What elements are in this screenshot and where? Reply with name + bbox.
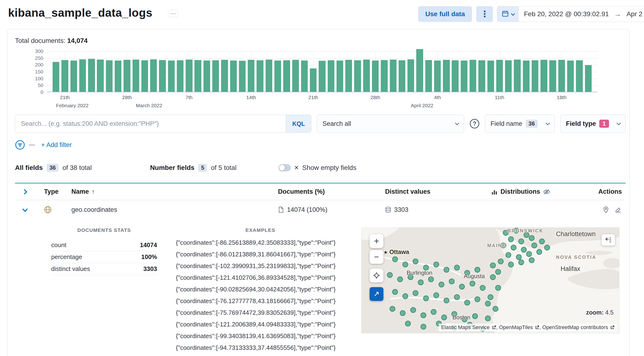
column-header-distributions[interactable]: Distributions	[481, 188, 586, 195]
map-point	[449, 279, 454, 284]
example-value: {"coordinates":[-121.2006389,44.09483333…	[176, 321, 345, 328]
index-options-button[interactable]: ⋯	[168, 10, 178, 17]
search-all-value: Search all	[322, 120, 351, 127]
view-in-maps-button[interactable]	[602, 206, 610, 213]
field-name-select[interactable]: Field name 36	[485, 115, 555, 133]
map-point	[485, 301, 491, 306]
search-input[interactable]	[15, 115, 286, 132]
map-point	[516, 254, 522, 260]
histogram-bar	[319, 61, 325, 92]
use-full-data-button[interactable]: Use full data	[418, 6, 472, 22]
zoom-in-button[interactable]: +	[370, 234, 384, 248]
total-documents: Total documents: 14,074	[15, 37, 626, 45]
example-value: {"coordinates":[-86.01213889,31.86041667…	[176, 251, 345, 258]
histogram-bar	[266, 60, 272, 92]
more-options-button[interactable]: ⋮	[476, 6, 493, 22]
histogram-bar	[115, 61, 121, 92]
field-row-geo-coordinates[interactable]: geo.coordinates 14074 (100%) 3303	[15, 200, 626, 219]
column-header-type[interactable]: Type	[34, 188, 61, 195]
map-point	[400, 310, 406, 316]
toggle-knob	[279, 165, 285, 170]
map-point	[536, 249, 542, 255]
histogram-bar	[124, 60, 130, 92]
data-visualizer-panel: Total documents: 14,074 0501001502002503…	[7, 29, 630, 356]
data-visualizer-page: kibana_sample_data_logs ⋯ Use full data …	[0, 0, 644, 356]
filter-set-icon[interactable]	[15, 140, 25, 150]
column-header-name[interactable]: Name ↑	[61, 188, 267, 195]
calendar-menu-button[interactable]	[498, 7, 518, 22]
column-header-actions: Actions	[586, 188, 626, 195]
map-place-label: Boston	[452, 314, 470, 321]
histogram-bar	[549, 60, 556, 92]
example-value: {"coordinates":[-76.12777778,43.18166667…	[176, 298, 345, 304]
map-preview[interactable]: BRUNSWICKCharlottetownMAINE★OttawaNOVA S…	[361, 227, 620, 333]
date-range-picker[interactable]: Feb 20, 2022 @ 00:39:02.91 → Apr 2	[497, 6, 644, 22]
map-point	[413, 290, 418, 296]
map-point	[495, 269, 501, 275]
map-point	[438, 282, 444, 287]
kql-language-button[interactable]: KQL	[286, 115, 311, 132]
map-point	[423, 295, 429, 301]
expand-map-button[interactable]	[370, 287, 384, 301]
attribution-link[interactable]: OpenStreetMap contributors	[542, 324, 614, 330]
attribution-link[interactable]: OpenMapTiles	[499, 324, 539, 330]
date-range-start[interactable]: Feb 20, 2022 @ 00:39:02.91	[518, 10, 614, 18]
database-icon	[385, 207, 391, 213]
y-axis-label: 0	[40, 89, 43, 95]
y-axis-label: 200	[35, 62, 43, 68]
histogram-bar	[363, 60, 370, 92]
zoom-out-button[interactable]: −	[370, 250, 384, 264]
x-axis-month-label: March 2022	[136, 103, 162, 108]
header-actions: Use full data ⋮ Feb 20, 2022 @ 00:39:02.…	[418, 6, 644, 22]
field-documents: 14074 (100%)	[267, 206, 374, 214]
help-icon[interactable]: ?	[470, 119, 479, 128]
edit-field-button[interactable]	[615, 206, 622, 213]
chevron-down-icon	[455, 121, 459, 125]
date-range-arrow-icon: →	[614, 10, 621, 18]
x-axis-label: 4th	[434, 95, 441, 100]
expand-all-button[interactable]	[22, 189, 27, 195]
all-fields-count-badge: 36	[47, 164, 59, 172]
histogram-bar	[274, 61, 281, 92]
toggle-off-icon: ✕	[294, 164, 299, 171]
histogram-bar	[132, 60, 139, 92]
field-distinct-values: 3303	[374, 206, 481, 214]
page-title: kibana_sample_data_logs	[8, 6, 152, 19]
y-axis-label: 50	[38, 82, 43, 88]
geo-point-type-icon	[44, 206, 52, 214]
field-type-count-badge: 1	[599, 120, 609, 128]
field-type-select[interactable]: Field type 1	[560, 115, 626, 133]
date-range-end[interactable]: Apr 2	[621, 10, 644, 18]
histogram-plot-area: 05010015020025030021th28th7th14th21th28t…	[47, 51, 597, 92]
histogram-bar	[443, 60, 450, 92]
map-point	[413, 259, 418, 264]
histogram-bar	[416, 49, 423, 92]
histogram-bar	[328, 60, 334, 92]
x-axis-label: 21th	[308, 95, 318, 100]
histogram-bar	[212, 60, 219, 92]
map-legend-toggle-button[interactable]	[602, 234, 615, 246]
histogram-bar	[523, 61, 530, 92]
show-empty-fields-toggle[interactable]	[278, 164, 291, 171]
map-point	[402, 262, 408, 267]
column-header-documents[interactable]: Documents (%)	[267, 188, 374, 195]
attribution-link[interactable]: Elastic Maps Service	[441, 324, 496, 330]
histogram-bar	[292, 60, 299, 92]
histogram-bar	[505, 60, 512, 92]
example-value: {"coordinates":[-121.4102706,36.89334528…	[176, 274, 345, 281]
stat-value: 3303	[143, 265, 157, 273]
fields-table: Type Name ↑ Documents (%) Distinct value…	[15, 183, 626, 356]
collapse-row-button[interactable]	[22, 207, 28, 212]
all-fields-total: of 38 total	[62, 164, 92, 171]
locate-button[interactable]	[370, 269, 384, 282]
histogram-bar	[470, 60, 476, 92]
column-header-distinct-values[interactable]: Distinct values	[374, 188, 481, 195]
eye-slash-icon[interactable]	[543, 188, 550, 195]
histogram-bar	[532, 60, 538, 92]
add-filter-button[interactable]: + Add filter	[41, 141, 72, 149]
histogram-bar	[159, 60, 166, 92]
search-all-select[interactable]: Search all	[317, 115, 464, 133]
map-point	[444, 298, 449, 303]
histogram-bar	[194, 60, 201, 92]
number-fields-total: of 5 total	[211, 164, 236, 171]
